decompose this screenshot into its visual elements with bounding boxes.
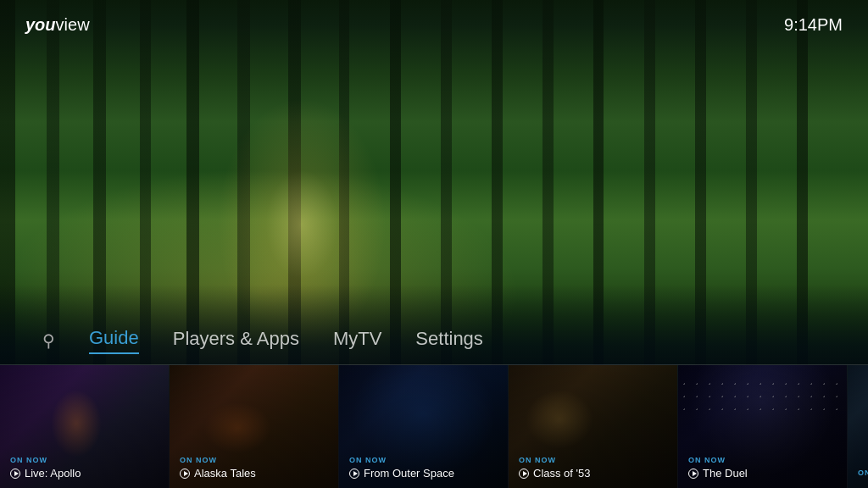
card-title-text-3: From Outer Space — [364, 467, 454, 480]
card-title-text-2: Alaska Tales — [194, 467, 256, 480]
play-icon-2 — [180, 469, 190, 479]
card-the-duel[interactable]: ON NOW The Duel — [678, 365, 848, 488]
nav-bar: ⚲ Guide Players & Apps MyTV Settings — [0, 317, 868, 365]
nav-item-settings[interactable]: Settings — [415, 328, 483, 353]
card-title-text-4: Class of '53 — [533, 467, 591, 480]
card-content-5: ON NOW The Duel — [678, 447, 847, 488]
card-content-6: ON N... — [848, 460, 868, 488]
nav-item-guide[interactable]: Guide — [89, 327, 139, 354]
card-content-2: ON NOW Alaska Tales — [170, 447, 338, 488]
play-icon-4 — [519, 469, 529, 479]
clock-display: 9:14PM — [784, 15, 843, 35]
on-now-badge-5: ON NOW — [688, 456, 837, 464]
app-logo: youview — [25, 15, 90, 35]
card-title-text-5: The Duel — [703, 467, 748, 480]
on-now-badge-4: ON NOW — [519, 456, 667, 464]
card-content-1: ON NOW Live: Apollo — [0, 447, 169, 488]
logo-you: you — [25, 15, 56, 35]
card-class-of-53[interactable]: ON NOW Class of '53 — [509, 365, 678, 488]
card-alaska-tales[interactable]: ON NOW Alaska Tales — [170, 365, 339, 488]
nav-item-players-apps[interactable]: Players & Apps — [173, 328, 299, 353]
card-title-2: Alaska Tales — [180, 467, 328, 480]
card-content-3: ON NOW From Outer Space — [339, 447, 508, 488]
card-title-3: From Outer Space — [349, 467, 498, 480]
on-now-badge-3: ON NOW — [349, 456, 498, 464]
play-icon-3 — [349, 469, 359, 479]
play-icon-1 — [10, 469, 20, 479]
on-now-badge-2: ON NOW — [180, 456, 328, 464]
play-icon-5 — [688, 469, 698, 479]
search-icon[interactable]: ⚲ — [42, 330, 55, 351]
card-title-4: Class of '53 — [519, 467, 667, 480]
cards-strip: ON NOW Live: Apollo ON NOW Alaska Tales … — [0, 365, 868, 488]
nav-item-mytv[interactable]: MyTV — [333, 328, 381, 353]
logo-view: view — [56, 15, 90, 35]
card-title-5: The Duel — [688, 467, 837, 480]
card-live-apollo[interactable]: ON NOW Live: Apollo — [0, 365, 170, 488]
card-title-text-1: Live: Apollo — [25, 467, 81, 480]
on-now-badge-1: ON NOW — [10, 456, 159, 464]
top-bar: youview 9:14PM — [0, 0, 868, 50]
card-title-1: Live: Apollo — [10, 467, 159, 480]
card-from-outer-space[interactable]: ON NOW From Outer Space — [339, 365, 509, 488]
on-now-badge-6: ON N... — [858, 469, 868, 477]
card-alp-partial[interactable]: ON N... — [848, 365, 868, 488]
card-content-4: ON NOW Class of '53 — [509, 447, 677, 488]
